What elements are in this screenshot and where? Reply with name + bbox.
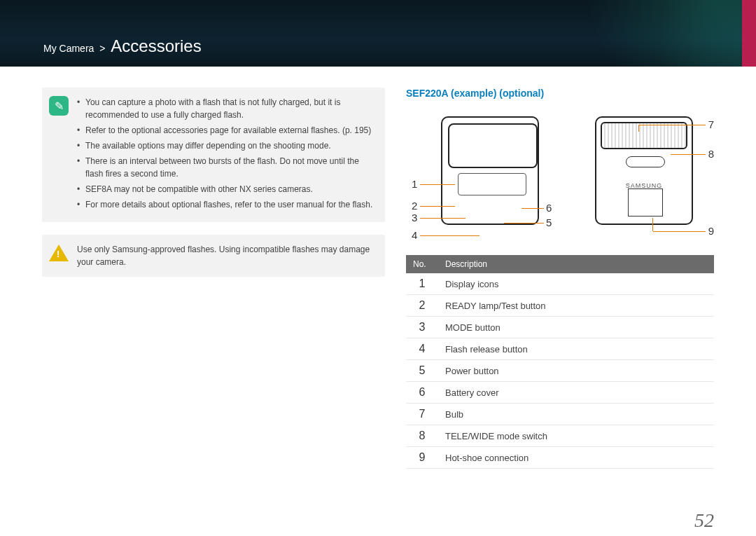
parts-table-body: 1Display icons 2READY lamp/Test button 3…: [406, 273, 714, 469]
part-no: 5: [406, 360, 438, 382]
warning-text: Use only Samsung-approved flashes. Using…: [77, 243, 378, 268]
callout-4: 4: [412, 229, 417, 241]
table-row: 8TELE/WIDE mode switch: [406, 425, 714, 447]
parts-table: No. Description 1Display icons 2READY la…: [406, 255, 714, 469]
content-area: ✎ You can capture a photo with a flash t…: [0, 67, 756, 469]
leader-line: [420, 184, 455, 185]
part-no: 3: [406, 317, 438, 338]
callout-7: 7: [708, 118, 714, 130]
info-note-item: You can capture a photo with a flash tha…: [77, 96, 378, 121]
warning-icon: [49, 243, 69, 263]
part-desc: Display icons: [438, 273, 714, 295]
info-note-item: SEF8A may not be compatible with other N…: [77, 183, 378, 195]
callout-3: 3: [412, 212, 417, 224]
leader-line: [652, 218, 653, 231]
leader-line: [671, 154, 706, 155]
part-desc: Hot-shoe connection: [438, 447, 714, 469]
leader-line: [522, 208, 544, 209]
part-desc: Flash release button: [438, 338, 714, 360]
page-title: Accessories: [111, 36, 201, 55]
part-no: 2: [406, 295, 438, 317]
part-desc: READY lamp/Test button: [438, 295, 714, 317]
callout-6: 6: [546, 202, 552, 214]
leader-line: [420, 235, 479, 236]
table-row: 5Power button: [406, 360, 714, 382]
leader-line: [504, 223, 544, 224]
part-no: 9: [406, 447, 438, 469]
hot-shoe-graphic: [628, 188, 663, 217]
table-row: 2READY lamp/Test button: [406, 295, 714, 317]
left-column: ✎ You can capture a photo with a flash t…: [42, 88, 385, 469]
col-header-desc: Description: [438, 255, 714, 273]
info-note-item: For more details about optional flashes,…: [77, 198, 378, 211]
leader-line: [420, 218, 465, 219]
callout-8: 8: [708, 148, 714, 160]
callout-5: 5: [546, 217, 552, 228]
part-desc: TELE/WIDE mode switch: [438, 425, 714, 447]
table-row: 6Battery cover: [406, 382, 714, 404]
info-note-item: There is an interval between two bursts …: [77, 155, 378, 180]
leader-line: [639, 125, 706, 125]
table-row: 3MODE button: [406, 317, 714, 338]
table-header-row: No. Description: [406, 255, 714, 273]
page-number: 52: [694, 509, 714, 532]
part-no: 4: [406, 338, 438, 360]
leader-line: [420, 206, 455, 207]
breadcrumb-sep: >: [99, 43, 105, 54]
col-header-no: No.: [406, 255, 438, 273]
pencil-icon: ✎: [49, 96, 69, 116]
table-row: 7Bulb: [406, 404, 714, 425]
info-note-item: The available options may differ dependi…: [77, 139, 378, 152]
part-no: 7: [406, 404, 438, 425]
flash-diagram: SAMSUNG 1 2 3 4 6 5 7 8 9: [406, 106, 714, 242]
part-no: 6: [406, 382, 438, 404]
callout-9: 9: [708, 225, 714, 237]
warning-note-box: Use only Samsung-approved flashes. Using…: [42, 235, 385, 277]
part-no: 8: [406, 425, 438, 447]
callout-1: 1: [412, 178, 417, 190]
breadcrumb-parent: My Camera: [43, 43, 94, 54]
flash-back-view: SAMSUNG: [595, 116, 693, 225]
leader-line: [653, 231, 706, 232]
right-column: SEF220A (example) (optional) SAMSUNG 1 2…: [406, 88, 714, 469]
part-desc: Bulb: [438, 404, 714, 425]
table-row: 4Flash release button: [406, 338, 714, 360]
part-desc: Battery cover: [438, 382, 714, 404]
part-desc: Power button: [438, 360, 714, 382]
part-desc: MODE button: [438, 317, 714, 338]
table-row: 1Display icons: [406, 273, 714, 295]
breadcrumb: My Camera > Accessories: [43, 36, 202, 56]
leader-line: [638, 125, 639, 132]
part-no: 1: [406, 273, 438, 295]
table-row: 9Hot-shoe connection: [406, 447, 714, 469]
info-note-item: Refer to the optional accessories page f…: [77, 124, 378, 137]
header-banner: My Camera > Accessories: [0, 0, 756, 67]
section-title: SEF220A (example) (optional): [406, 88, 714, 99]
info-note-list: You can capture a photo with a flash tha…: [77, 96, 378, 214]
info-note-box: ✎ You can capture a photo with a flash t…: [42, 88, 385, 222]
callout-2: 2: [412, 200, 417, 212]
tele-wide-switch-graphic: [626, 156, 665, 167]
